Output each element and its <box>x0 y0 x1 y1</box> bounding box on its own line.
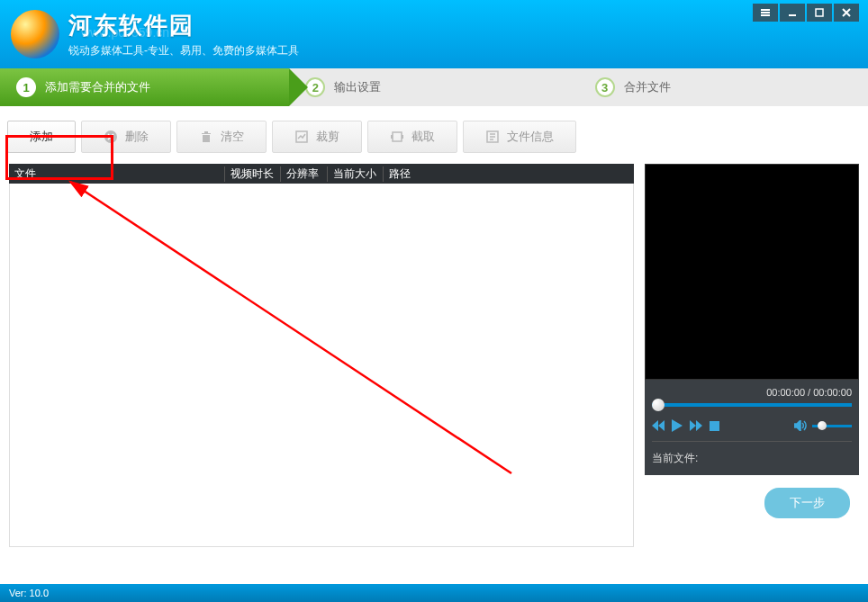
add-label: 添加 <box>30 129 53 145</box>
volume-knob[interactable] <box>818 421 827 430</box>
stop-button[interactable] <box>710 421 719 431</box>
svg-rect-4 <box>816 9 823 16</box>
prev-button[interactable] <box>652 420 665 431</box>
file-info-label: 文件信息 <box>507 129 554 145</box>
next-button[interactable] <box>690 420 702 431</box>
delete-button[interactable]: 删除 <box>81 121 171 153</box>
delete-label: 删除 <box>125 129 149 145</box>
play-button[interactable] <box>672 419 683 432</box>
seek-slider[interactable] <box>652 403 852 407</box>
capture-button[interactable]: 截取 <box>367 121 457 153</box>
file-table: 文件 视频时长 分辨率 当前大小 路径 <box>9 164 634 547</box>
current-file-label: 当前文件: <box>652 441 852 466</box>
clear-button[interactable]: 清空 <box>176 121 267 153</box>
clear-label: 清空 <box>221 129 244 145</box>
preview-panel: 00:00:00 / 00:00:00 当前文件: 下一步 <box>645 164 859 547</box>
svg-rect-3 <box>789 14 796 16</box>
svg-rect-1 <box>761 12 770 13</box>
step-2-label: 输出设置 <box>334 79 381 95</box>
capture-icon <box>390 130 404 144</box>
svg-rect-8 <box>391 135 393 139</box>
footer-bar: Ver: 10.0 <box>0 584 868 602</box>
col-file: 文件 <box>9 166 225 182</box>
capture-label: 截取 <box>411 129 435 145</box>
player-controls: 00:00:00 / 00:00:00 当前文件: <box>645 380 859 475</box>
svg-rect-2 <box>761 14 770 16</box>
version-label: Ver: 10.0 <box>9 588 49 598</box>
crop-label: 裁剪 <box>316 129 339 145</box>
video-preview[interactable] <box>645 164 859 380</box>
step-1-label: 添加需要合并的文件 <box>45 79 150 95</box>
maximize-button[interactable] <box>807 4 832 22</box>
step-1-number: 1 <box>16 77 36 97</box>
app-logo-icon <box>11 10 59 58</box>
table-body[interactable] <box>9 184 634 547</box>
col-size: 当前大小 <box>328 166 384 182</box>
step-3-label: 合并文件 <box>624 79 671 95</box>
close-button[interactable] <box>834 4 859 22</box>
svg-rect-11 <box>710 421 719 431</box>
main-content: 文件 视频时长 分辨率 当前大小 路径 00:00:00 / 00:00:00 <box>0 164 868 547</box>
svg-rect-9 <box>402 135 403 139</box>
step-3-merge[interactable]: 3 合并文件 <box>579 68 868 106</box>
app-header: 河东软件园 锐动多媒体工具-专业、易用、免费的多媒体工具 www.pc0359.… <box>0 0 868 68</box>
step-3-number: 3 <box>595 77 615 97</box>
add-button[interactable]: 添加 <box>7 121 76 153</box>
crop-button[interactable]: 裁剪 <box>272 121 362 153</box>
step-1-add-files[interactable]: 1 添加需要合并的文件 <box>0 68 289 106</box>
app-subtitle: 锐动多媒体工具-专业、易用、免费的多媒体工具 <box>68 43 299 58</box>
col-duration: 视频时长 <box>225 166 281 182</box>
svg-rect-0 <box>761 9 770 11</box>
minimize-button[interactable] <box>780 4 805 22</box>
trash-icon <box>199 130 213 144</box>
watermark-text: www.pc0359.cn <box>81 25 169 40</box>
toolbar: 添加 删除 清空 裁剪 截取 文件信息 <box>0 106 868 164</box>
file-info-button[interactable]: 文件信息 <box>463 121 576 153</box>
info-icon <box>485 130 500 144</box>
svg-rect-7 <box>393 132 402 141</box>
col-path: 路径 <box>384 166 634 182</box>
delete-icon <box>104 130 118 144</box>
step-bar: 1 添加需要合并的文件 2 输出设置 3 合并文件 <box>0 68 868 106</box>
table-header: 文件 视频时长 分辨率 当前大小 路径 <box>9 164 634 184</box>
window-controls <box>753 4 859 22</box>
step-2-output-settings[interactable]: 2 输出设置 <box>289 68 578 106</box>
crop-icon <box>294 130 309 144</box>
col-resolution: 分辨率 <box>281 166 328 182</box>
next-step-button[interactable]: 下一步 <box>764 488 850 518</box>
settings-button[interactable] <box>753 4 778 22</box>
volume-icon[interactable] <box>794 420 807 431</box>
time-display: 00:00:00 / 00:00:00 <box>652 385 852 403</box>
step-2-number: 2 <box>305 77 325 97</box>
seek-knob[interactable] <box>652 399 665 411</box>
volume-slider[interactable] <box>812 425 852 427</box>
